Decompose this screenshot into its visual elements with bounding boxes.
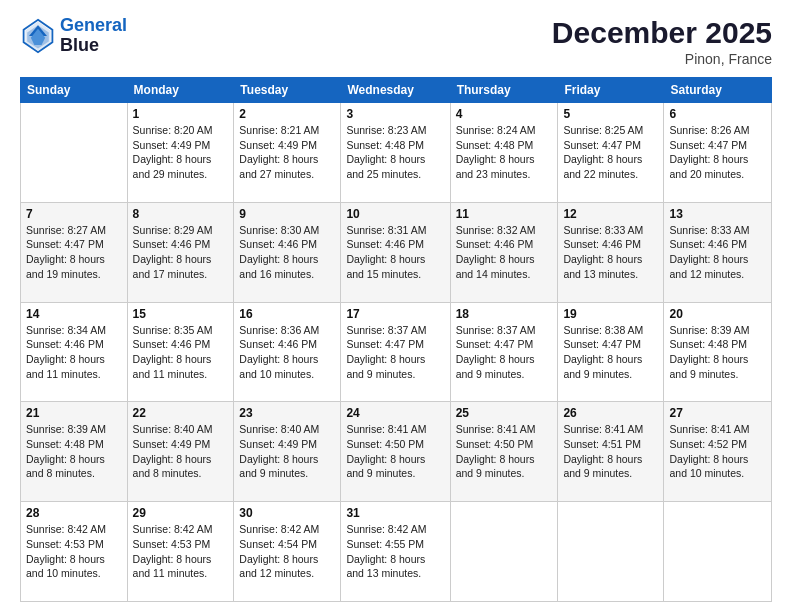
day-number: 24 (346, 406, 444, 420)
day-number: 4 (456, 107, 553, 121)
calendar-cell: 15Sunrise: 8:35 AM Sunset: 4:46 PM Dayli… (127, 302, 234, 402)
day-info: Sunrise: 8:27 AM Sunset: 4:47 PM Dayligh… (26, 223, 122, 282)
day-number: 5 (563, 107, 658, 121)
calendar-cell: 19Sunrise: 8:38 AM Sunset: 4:47 PM Dayli… (558, 302, 664, 402)
day-info: Sunrise: 8:20 AM Sunset: 4:49 PM Dayligh… (133, 123, 229, 182)
calendar-cell: 12Sunrise: 8:33 AM Sunset: 4:46 PM Dayli… (558, 202, 664, 302)
day-number: 28 (26, 506, 122, 520)
col-friday: Friday (558, 78, 664, 103)
day-number: 19 (563, 307, 658, 321)
day-number: 15 (133, 307, 229, 321)
location: Pinon, France (552, 51, 772, 67)
day-info: Sunrise: 8:40 AM Sunset: 4:49 PM Dayligh… (133, 422, 229, 481)
day-number: 11 (456, 207, 553, 221)
day-info: Sunrise: 8:39 AM Sunset: 4:48 PM Dayligh… (669, 323, 766, 382)
day-info: Sunrise: 8:31 AM Sunset: 4:46 PM Dayligh… (346, 223, 444, 282)
day-info: Sunrise: 8:41 AM Sunset: 4:50 PM Dayligh… (456, 422, 553, 481)
day-number: 27 (669, 406, 766, 420)
day-info: Sunrise: 8:26 AM Sunset: 4:47 PM Dayligh… (669, 123, 766, 182)
calendar-cell: 27Sunrise: 8:41 AM Sunset: 4:52 PM Dayli… (664, 402, 772, 502)
calendar-cell: 29Sunrise: 8:42 AM Sunset: 4:53 PM Dayli… (127, 502, 234, 602)
day-info: Sunrise: 8:34 AM Sunset: 4:46 PM Dayligh… (26, 323, 122, 382)
calendar-cell: 24Sunrise: 8:41 AM Sunset: 4:50 PM Dayli… (341, 402, 450, 502)
calendar-table: Sunday Monday Tuesday Wednesday Thursday… (20, 77, 772, 602)
calendar-week-5: 28Sunrise: 8:42 AM Sunset: 4:53 PM Dayli… (21, 502, 772, 602)
calendar-cell: 1Sunrise: 8:20 AM Sunset: 4:49 PM Daylig… (127, 103, 234, 203)
day-info: Sunrise: 8:41 AM Sunset: 4:50 PM Dayligh… (346, 422, 444, 481)
calendar-week-2: 7Sunrise: 8:27 AM Sunset: 4:47 PM Daylig… (21, 202, 772, 302)
page: General Blue December 2025 Pinon, France… (0, 0, 792, 612)
day-number: 13 (669, 207, 766, 221)
day-number: 29 (133, 506, 229, 520)
day-number: 8 (133, 207, 229, 221)
title-block: December 2025 Pinon, France (552, 16, 772, 67)
col-saturday: Saturday (664, 78, 772, 103)
day-number: 31 (346, 506, 444, 520)
day-info: Sunrise: 8:33 AM Sunset: 4:46 PM Dayligh… (563, 223, 658, 282)
day-info: Sunrise: 8:42 AM Sunset: 4:53 PM Dayligh… (133, 522, 229, 581)
calendar-header-row: Sunday Monday Tuesday Wednesday Thursday… (21, 78, 772, 103)
day-number: 1 (133, 107, 229, 121)
logo-icon (20, 18, 56, 54)
day-number: 26 (563, 406, 658, 420)
day-info: Sunrise: 8:32 AM Sunset: 4:46 PM Dayligh… (456, 223, 553, 282)
day-info: Sunrise: 8:30 AM Sunset: 4:46 PM Dayligh… (239, 223, 335, 282)
calendar-cell: 17Sunrise: 8:37 AM Sunset: 4:47 PM Dayli… (341, 302, 450, 402)
day-info: Sunrise: 8:23 AM Sunset: 4:48 PM Dayligh… (346, 123, 444, 182)
day-number: 17 (346, 307, 444, 321)
calendar-cell: 3Sunrise: 8:23 AM Sunset: 4:48 PM Daylig… (341, 103, 450, 203)
day-info: Sunrise: 8:42 AM Sunset: 4:53 PM Dayligh… (26, 522, 122, 581)
calendar-cell: 13Sunrise: 8:33 AM Sunset: 4:46 PM Dayli… (664, 202, 772, 302)
calendar-cell: 31Sunrise: 8:42 AM Sunset: 4:55 PM Dayli… (341, 502, 450, 602)
logo-text: General Blue (60, 16, 127, 56)
calendar-cell: 23Sunrise: 8:40 AM Sunset: 4:49 PM Dayli… (234, 402, 341, 502)
day-number: 18 (456, 307, 553, 321)
calendar-cell (558, 502, 664, 602)
day-info: Sunrise: 8:35 AM Sunset: 4:46 PM Dayligh… (133, 323, 229, 382)
day-info: Sunrise: 8:40 AM Sunset: 4:49 PM Dayligh… (239, 422, 335, 481)
day-number: 14 (26, 307, 122, 321)
calendar-cell: 26Sunrise: 8:41 AM Sunset: 4:51 PM Dayli… (558, 402, 664, 502)
month-year: December 2025 (552, 16, 772, 49)
day-number: 21 (26, 406, 122, 420)
calendar-cell: 6Sunrise: 8:26 AM Sunset: 4:47 PM Daylig… (664, 103, 772, 203)
calendar-cell: 10Sunrise: 8:31 AM Sunset: 4:46 PM Dayli… (341, 202, 450, 302)
day-info: Sunrise: 8:29 AM Sunset: 4:46 PM Dayligh… (133, 223, 229, 282)
calendar-week-4: 21Sunrise: 8:39 AM Sunset: 4:48 PM Dayli… (21, 402, 772, 502)
calendar-cell: 5Sunrise: 8:25 AM Sunset: 4:47 PM Daylig… (558, 103, 664, 203)
day-number: 10 (346, 207, 444, 221)
day-number: 7 (26, 207, 122, 221)
day-info: Sunrise: 8:24 AM Sunset: 4:48 PM Dayligh… (456, 123, 553, 182)
day-info: Sunrise: 8:42 AM Sunset: 4:54 PM Dayligh… (239, 522, 335, 581)
calendar-cell: 8Sunrise: 8:29 AM Sunset: 4:46 PM Daylig… (127, 202, 234, 302)
day-info: Sunrise: 8:36 AM Sunset: 4:46 PM Dayligh… (239, 323, 335, 382)
calendar-cell: 20Sunrise: 8:39 AM Sunset: 4:48 PM Dayli… (664, 302, 772, 402)
day-number: 12 (563, 207, 658, 221)
calendar-cell: 21Sunrise: 8:39 AM Sunset: 4:48 PM Dayli… (21, 402, 128, 502)
header: General Blue December 2025 Pinon, France (20, 16, 772, 67)
day-info: Sunrise: 8:39 AM Sunset: 4:48 PM Dayligh… (26, 422, 122, 481)
day-number: 2 (239, 107, 335, 121)
day-info: Sunrise: 8:41 AM Sunset: 4:51 PM Dayligh… (563, 422, 658, 481)
col-tuesday: Tuesday (234, 78, 341, 103)
calendar-cell: 11Sunrise: 8:32 AM Sunset: 4:46 PM Dayli… (450, 202, 558, 302)
calendar-week-1: 1Sunrise: 8:20 AM Sunset: 4:49 PM Daylig… (21, 103, 772, 203)
calendar-cell: 9Sunrise: 8:30 AM Sunset: 4:46 PM Daylig… (234, 202, 341, 302)
calendar-cell (450, 502, 558, 602)
calendar-cell: 28Sunrise: 8:42 AM Sunset: 4:53 PM Dayli… (21, 502, 128, 602)
day-number: 16 (239, 307, 335, 321)
day-info: Sunrise: 8:25 AM Sunset: 4:47 PM Dayligh… (563, 123, 658, 182)
calendar-cell (21, 103, 128, 203)
day-number: 3 (346, 107, 444, 121)
day-info: Sunrise: 8:42 AM Sunset: 4:55 PM Dayligh… (346, 522, 444, 581)
calendar-cell: 22Sunrise: 8:40 AM Sunset: 4:49 PM Dayli… (127, 402, 234, 502)
day-info: Sunrise: 8:37 AM Sunset: 4:47 PM Dayligh… (456, 323, 553, 382)
day-info: Sunrise: 8:21 AM Sunset: 4:49 PM Dayligh… (239, 123, 335, 182)
day-number: 23 (239, 406, 335, 420)
calendar-cell: 4Sunrise: 8:24 AM Sunset: 4:48 PM Daylig… (450, 103, 558, 203)
calendar-cell: 2Sunrise: 8:21 AM Sunset: 4:49 PM Daylig… (234, 103, 341, 203)
logo: General Blue (20, 16, 127, 56)
calendar-week-3: 14Sunrise: 8:34 AM Sunset: 4:46 PM Dayli… (21, 302, 772, 402)
calendar-cell: 7Sunrise: 8:27 AM Sunset: 4:47 PM Daylig… (21, 202, 128, 302)
col-sunday: Sunday (21, 78, 128, 103)
